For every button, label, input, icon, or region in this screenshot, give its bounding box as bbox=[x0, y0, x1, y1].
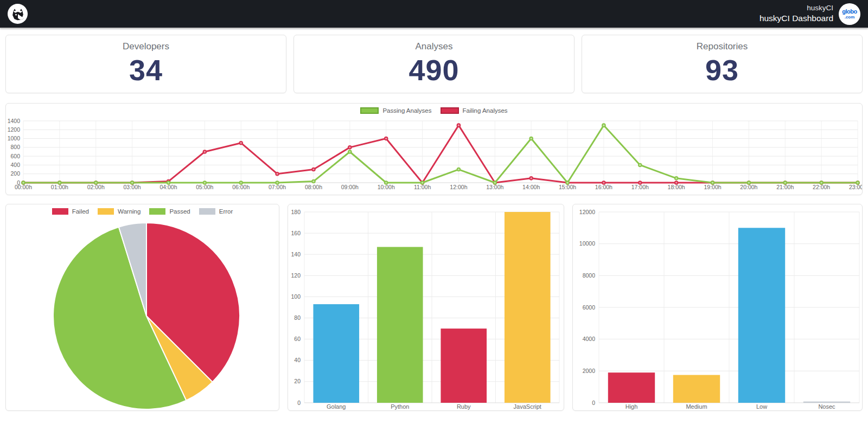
svg-text:140: 140 bbox=[291, 251, 301, 257]
svg-text:09:00h: 09:00h bbox=[341, 184, 359, 190]
legend-swatch bbox=[149, 208, 165, 215]
legend-item-passed[interactable]: Passed bbox=[149, 208, 190, 215]
svg-text:10000: 10000 bbox=[579, 240, 595, 247]
svg-text:40: 40 bbox=[294, 357, 301, 363]
svg-text:20:00h: 20:00h bbox=[740, 184, 757, 190]
svg-text:02:00h: 02:00h bbox=[87, 184, 105, 190]
svg-text:4000: 4000 bbox=[583, 336, 596, 342]
globo-logo[interactable]: globo .com bbox=[839, 3, 860, 25]
bar-golang[interactable] bbox=[313, 304, 359, 403]
svg-text:11:00h: 11:00h bbox=[414, 184, 431, 190]
bar-python[interactable] bbox=[377, 247, 423, 403]
stat-card-developers: Developers 34 bbox=[5, 35, 286, 93]
x-axis: HighMediumLowNosec bbox=[626, 403, 835, 410]
globo-logo-text: globo bbox=[842, 9, 857, 15]
svg-text:15:00h: 15:00h bbox=[559, 184, 576, 190]
svg-text:01:00h: 01:00h bbox=[51, 184, 68, 190]
svg-text:18:00h: 18:00h bbox=[668, 184, 685, 190]
legend-label: Failed bbox=[72, 208, 89, 215]
legend-swatch bbox=[199, 208, 215, 215]
svg-text:1400: 1400 bbox=[8, 118, 21, 124]
top-navbar: huskyCI huskyCI Dashboard globo .com bbox=[0, 0, 868, 28]
svg-text:0: 0 bbox=[592, 400, 595, 406]
x-axis: 00:00h01:00h02:00h03:00h04:00h05:00h06:0… bbox=[15, 184, 862, 190]
bar-javascript[interactable] bbox=[505, 212, 551, 403]
svg-text:17:00h: 17:00h bbox=[631, 184, 649, 190]
legend-swatch bbox=[441, 107, 459, 114]
legend-item-passing-analyses[interactable]: Passing Analyses bbox=[360, 107, 431, 114]
svg-text:16:00h: 16:00h bbox=[595, 184, 612, 190]
svg-text:Low: Low bbox=[756, 403, 767, 410]
bar-chart-canvas: 020406080100120140160180GolangPythonRuby… bbox=[288, 204, 564, 410]
svg-text:0: 0 bbox=[297, 400, 301, 406]
languages-bar-chart[interactable]: 020406080100120140160180GolangPythonRuby… bbox=[288, 204, 564, 411]
svg-text:19:00h: 19:00h bbox=[704, 184, 721, 190]
svg-text:07:00h: 07:00h bbox=[269, 184, 286, 190]
husky-logo[interactable] bbox=[8, 4, 28, 24]
bar-medium[interactable] bbox=[673, 375, 720, 403]
legend-label: Passed bbox=[169, 208, 190, 215]
bottom-charts-row: FailedWarningPassedError 020406080100120… bbox=[5, 204, 863, 411]
svg-text:2000: 2000 bbox=[583, 368, 596, 374]
svg-text:6000: 6000 bbox=[583, 304, 596, 311]
svg-text:23:00h: 23:00h bbox=[849, 184, 862, 190]
svg-text:14:00h: 14:00h bbox=[522, 184, 540, 190]
svg-text:Python: Python bbox=[391, 403, 409, 410]
stat-card-repositories: Repositories 93 bbox=[582, 35, 863, 93]
globo-logo-com: .com bbox=[845, 15, 855, 20]
svg-text:08:00h: 08:00h bbox=[305, 184, 322, 190]
analyses-per-hour-line-chart[interactable]: 020040060080010001200140000:00h01:00h02:… bbox=[5, 103, 863, 195]
svg-text:High: High bbox=[626, 403, 638, 410]
analysis-results-pie-chart[interactable]: FailedWarningPassedError bbox=[5, 204, 279, 411]
legend-item-warning[interactable]: Warning bbox=[98, 208, 141, 215]
bar-nosec[interactable] bbox=[803, 402, 850, 403]
svg-text:1200: 1200 bbox=[8, 126, 21, 133]
svg-text:12:00h: 12:00h bbox=[450, 184, 467, 190]
stat-value: 490 bbox=[294, 53, 574, 87]
svg-text:120: 120 bbox=[291, 272, 301, 279]
legend-label: Passing Analyses bbox=[382, 107, 431, 114]
pie-chart-canvas bbox=[6, 204, 279, 410]
husky-dog-icon bbox=[10, 6, 26, 22]
page-title: huskyCI Dashboard bbox=[760, 13, 833, 23]
grid-lines bbox=[23, 121, 858, 183]
svg-text:Nosec: Nosec bbox=[818, 403, 835, 410]
line-chart-canvas: 020040060080010001200140000:00h01:00h02:… bbox=[6, 104, 862, 195]
legend-item-failing-analyses[interactable]: Failing Analyses bbox=[441, 107, 508, 114]
stat-value: 93 bbox=[582, 53, 862, 87]
svg-text:600: 600 bbox=[10, 153, 20, 159]
stat-label: Analyses bbox=[294, 41, 574, 52]
svg-text:Ruby: Ruby bbox=[457, 403, 471, 410]
stat-card-analyses: Analyses 490 bbox=[293, 35, 575, 93]
chart-legend: Passing AnalysesFailing Analyses bbox=[6, 107, 862, 114]
svg-text:06:00h: 06:00h bbox=[232, 184, 250, 190]
bar-high[interactable] bbox=[608, 372, 655, 403]
svg-text:12000: 12000 bbox=[579, 209, 595, 215]
svg-text:80: 80 bbox=[294, 314, 301, 321]
legend-swatch bbox=[98, 208, 114, 215]
legend-swatch bbox=[360, 107, 379, 114]
svg-text:1000: 1000 bbox=[8, 135, 21, 141]
stat-label: Developers bbox=[6, 41, 286, 52]
legend-label: Failing Analyses bbox=[463, 107, 508, 114]
stat-value: 34 bbox=[6, 53, 286, 87]
svg-text:100: 100 bbox=[291, 293, 301, 300]
legend-item-error[interactable]: Error bbox=[199, 208, 233, 215]
svg-text:JavaScript: JavaScript bbox=[514, 403, 541, 410]
svg-text:Medium: Medium bbox=[686, 403, 707, 410]
bar-ruby[interactable] bbox=[441, 329, 487, 403]
svg-text:03:00h: 03:00h bbox=[124, 184, 141, 190]
stat-label: Repositories bbox=[582, 41, 862, 52]
stats-row: Developers 34 Analyses 490 Repositories … bbox=[5, 35, 863, 93]
severities-bar-chart[interactable]: 020004000600080001000012000HighMediumLow… bbox=[572, 204, 863, 411]
x-axis: GolangPythonRubyJavaScript bbox=[327, 403, 541, 410]
legend-label: Warning bbox=[118, 208, 141, 215]
svg-text:22:00h: 22:00h bbox=[813, 184, 830, 190]
bar-chart-canvas: 020004000600080001000012000HighMediumLow… bbox=[573, 204, 862, 410]
y-axis: 020004000600080001000012000 bbox=[579, 209, 595, 406]
svg-text:400: 400 bbox=[10, 162, 20, 168]
bar-low[interactable] bbox=[738, 228, 785, 403]
svg-text:13:00h: 13:00h bbox=[486, 184, 503, 190]
legend-item-failed[interactable]: Failed bbox=[52, 208, 89, 215]
svg-text:8000: 8000 bbox=[583, 272, 596, 279]
